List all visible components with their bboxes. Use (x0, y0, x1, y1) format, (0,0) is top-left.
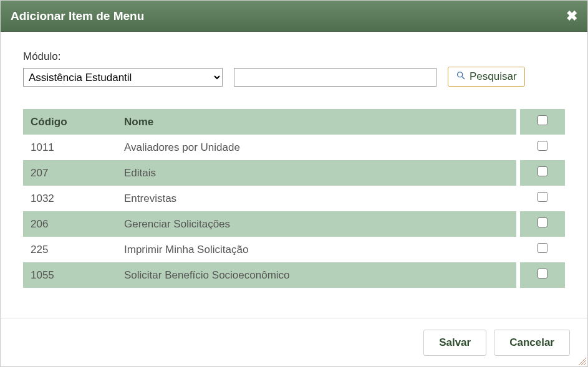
row-checkbox[interactable] (537, 141, 547, 151)
cancelar-button[interactable]: Cancelar (494, 330, 570, 356)
modal-title: Adicionar Item de Menu (11, 9, 144, 23)
results-table: Código Nome 1011Avaliadores por Unidade2… (23, 109, 565, 288)
cell-nome: Gerenciar Solicitações (117, 211, 516, 237)
cell-nome: Entrevistas (117, 186, 516, 211)
search-icon (456, 70, 466, 83)
row-checkbox[interactable] (537, 269, 547, 279)
cell-codigo: 206 (23, 211, 117, 237)
content-area: Módulo: Assistência Estudantil Pesquisar (1, 32, 587, 302)
salvar-button[interactable]: Salvar (423, 330, 486, 356)
cell-nome: Editais (117, 160, 516, 186)
cell-codigo: 1055 (23, 262, 117, 288)
table-body: 1011Avaliadores por Unidade207Editais103… (23, 135, 565, 288)
table-row: 1055Solicitar Benefício Socioeconômico (23, 262, 565, 288)
cell-nome: Solicitar Benefício Socioeconômico (117, 262, 516, 288)
select-all-checkbox[interactable] (537, 115, 547, 125)
row-checkbox[interactable] (537, 217, 547, 227)
row-checkbox[interactable] (537, 243, 547, 253)
th-select-all (520, 109, 565, 135)
svg-line-4 (584, 363, 586, 365)
modulo-field: Módulo: Assistência Estudantil (23, 50, 223, 87)
table-row: 206Gerenciar Solicitações (23, 211, 565, 237)
cell-codigo: 225 (23, 237, 117, 262)
modulo-label: Módulo: (23, 50, 223, 63)
cell-check (520, 237, 565, 262)
table-row: 1011Avaliadores por Unidade (23, 135, 565, 160)
search-form-row: Módulo: Assistência Estudantil Pesquisar (23, 50, 565, 87)
th-codigo: Código (23, 109, 117, 135)
close-icon[interactable]: ✖ (566, 8, 577, 24)
svg-point-0 (458, 72, 463, 77)
row-checkbox[interactable] (537, 166, 547, 176)
svg-line-1 (462, 77, 465, 79)
cell-nome: Avaliadores por Unidade (117, 135, 516, 160)
cell-check (520, 135, 565, 160)
cell-codigo: 1032 (23, 186, 117, 211)
cell-check (520, 262, 565, 288)
cell-codigo: 1011 (23, 135, 117, 160)
cell-check (520, 160, 565, 186)
search-input[interactable] (234, 68, 436, 87)
modal-footer: Salvar Cancelar (1, 318, 587, 366)
table-row: 1032Entrevistas (23, 186, 565, 211)
th-nome: Nome (117, 109, 516, 135)
titlebar: Adicionar Item de Menu ✖ (1, 1, 587, 32)
cell-check (520, 186, 565, 211)
cell-codigo: 207 (23, 160, 117, 186)
table-header-row: Código Nome (23, 109, 565, 135)
resize-grip-icon[interactable] (577, 356, 586, 365)
pesquisar-label: Pesquisar (470, 70, 517, 83)
pesquisar-button[interactable]: Pesquisar (448, 67, 525, 87)
svg-line-3 (581, 360, 586, 365)
row-checkbox[interactable] (537, 192, 547, 202)
cell-nome: Imprimir Minha Solicitação (117, 237, 516, 262)
cell-check (520, 211, 565, 237)
table-row: 225Imprimir Minha Solicitação (23, 237, 565, 262)
table-row: 207Editais (23, 160, 565, 186)
modal-dialog: Adicionar Item de Menu ✖ Módulo: Assistê… (0, 0, 588, 367)
modulo-select[interactable]: Assistência Estudantil (23, 68, 223, 87)
